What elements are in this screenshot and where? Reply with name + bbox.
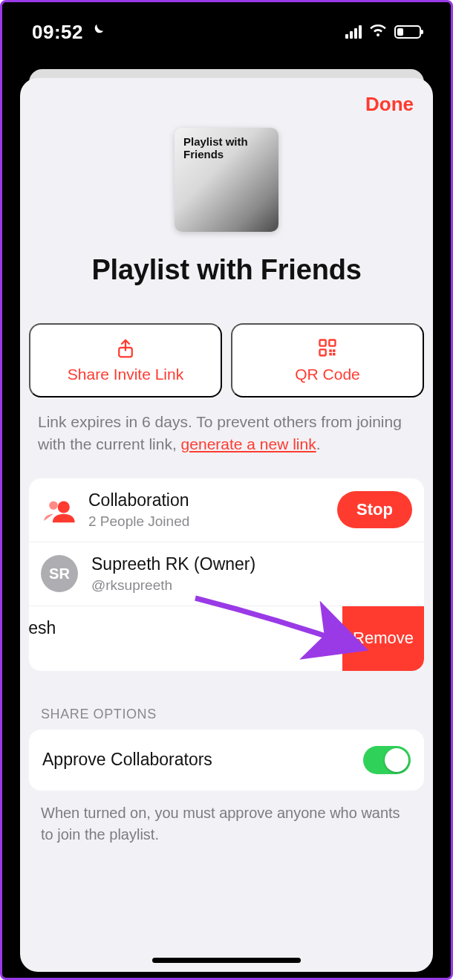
svg-point-9 [58, 502, 70, 513]
people-icon [41, 491, 78, 528]
approve-collaborators-toggle[interactable] [363, 746, 411, 774]
person-name: ıhrthi Suresh [29, 618, 56, 638]
collaboration-row: Collaboration 2 People Joined Stop [29, 478, 424, 542]
page-title: Playlist with Friends [20, 254, 433, 286]
svg-rect-2 [329, 340, 335, 346]
person-handle: ɔahrthi [29, 641, 56, 658]
svg-rect-3 [320, 349, 326, 355]
svg-rect-7 [333, 349, 336, 352]
share-icon [114, 337, 137, 360]
svg-rect-1 [320, 340, 326, 346]
qr-icon [316, 337, 339, 360]
collaboration-title: Collaboration [88, 490, 337, 510]
share-sheet: Done Playlist with Friends Playlist with… [20, 78, 433, 972]
avatar: SR [41, 555, 78, 592]
cover-title: Playlist with Friends [183, 135, 270, 161]
collaboration-card: Collaboration 2 People Joined Stop SR Su… [29, 478, 424, 671]
home-indicator[interactable] [152, 958, 301, 963]
qr-code-label: QR Code [295, 366, 360, 383]
share-invite-link-button[interactable]: Share Invite Link [29, 323, 222, 397]
svg-rect-4 [329, 349, 332, 352]
collaboration-subtitle: 2 People Joined [88, 513, 337, 530]
person-row-swiped[interactable]: ıhrthi Suresh ɔahrthi Remove [29, 606, 424, 671]
status-bar: 09:52 [2, 2, 451, 62]
svg-rect-6 [329, 353, 332, 356]
battery-icon [394, 25, 421, 39]
generate-new-link[interactable]: generate a new link [181, 435, 316, 452]
svg-rect-5 [333, 353, 336, 356]
cellular-icon [345, 25, 362, 39]
playlist-cover: Playlist with Friends [175, 128, 278, 232]
stop-button[interactable]: Stop [337, 491, 412, 528]
remove-button[interactable]: Remove [342, 606, 424, 671]
person-handle: @rksupreeth [91, 577, 412, 594]
clock: 09:52 [32, 21, 83, 44]
share-invite-link-label: Share Invite Link [68, 366, 183, 383]
approve-collaborators-hint: When turned on, you must approve anyone … [20, 791, 433, 846]
wifi-icon [369, 22, 387, 42]
link-expiry-hint: Link expires in 6 days. To prevent other… [20, 397, 433, 456]
person-row-owner[interactable]: SR Supreeth RK (Owner) @rksupreeth [29, 542, 424, 606]
device-frame: 09:52 Done Playlist with Friends Playlis… [0, 0, 453, 980]
moon-icon [89, 22, 105, 42]
qr-code-button[interactable]: QR Code [231, 323, 424, 397]
approve-collaborators-row: Approve Collaborators [29, 730, 424, 791]
section-header-share-options: SHARE OPTIONS [20, 671, 433, 730]
approve-collaborators-label: Approve Collaborators [42, 750, 212, 770]
done-button[interactable]: Done [365, 93, 414, 116]
svg-point-8 [49, 502, 58, 510]
person-name: Supreeth RK (Owner) [91, 554, 412, 574]
